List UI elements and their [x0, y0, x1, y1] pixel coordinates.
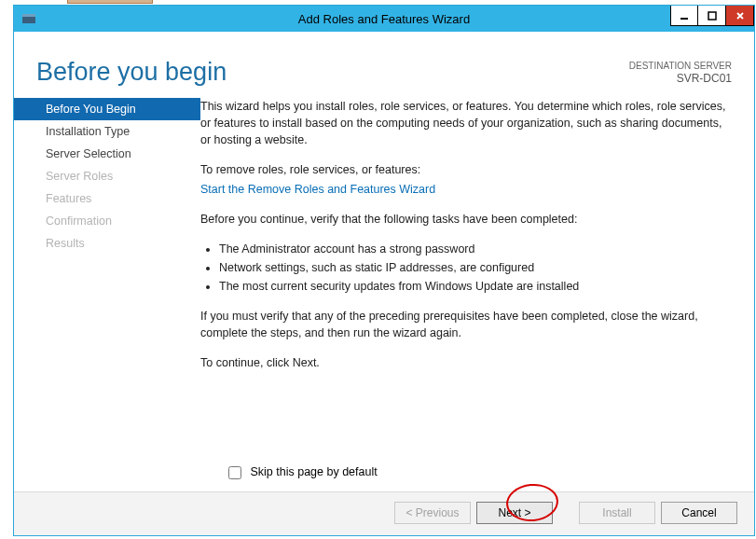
previous-button[interactable]: < Previous — [394, 502, 471, 524]
svg-rect-3 — [708, 12, 716, 20]
wizard-window: Add Roles and Features Wizard Before you… — [13, 5, 755, 536]
remove-wizard-link[interactable]: Start the Remove Roles and Features Wiza… — [200, 183, 435, 196]
wizard-nav: Before You BeginInstallation TypeServer … — [14, 92, 200, 456]
remove-label: To remove roles, role services, or featu… — [200, 161, 732, 178]
intro-text: This wizard helps you install roles, rol… — [200, 98, 732, 148]
nav-item-server-roles: Server Roles — [14, 165, 200, 187]
prereq-list: The Administrator account has a strong p… — [206, 241, 732, 295]
nav-item-confirmation: Confirmation — [14, 210, 200, 232]
minimize-button[interactable] — [670, 6, 698, 26]
prereq-bullet: The Administrator account has a strong p… — [219, 241, 732, 257]
prereq-bullet: Network settings, such as static IP addr… — [219, 259, 732, 276]
nav-item-before-you-begin[interactable]: Before You Begin — [14, 98, 200, 120]
skip-label-text: Skip this page by default — [250, 465, 377, 478]
nav-item-features: Features — [14, 187, 200, 210]
continue-text: To continue, click Next. — [200, 354, 732, 371]
titlebar: Add Roles and Features Wizard — [14, 6, 754, 32]
close-button[interactable] — [726, 6, 754, 26]
svg-rect-1 — [22, 14, 35, 17]
prereq-bullet: The most current security updates from W… — [219, 278, 732, 295]
window-controls — [670, 6, 754, 26]
post-text: If you must verify that any of the prece… — [200, 308, 732, 341]
nav-item-results: Results — [14, 232, 200, 255]
next-button[interactable]: Next > — [476, 502, 553, 524]
skip-row: Skip this page by default — [14, 456, 754, 491]
destination-server: SVR-DC01 — [629, 72, 732, 87]
wizard-content: This wizard helps you install roles, rol… — [200, 92, 732, 456]
server-manager-icon — [20, 9, 38, 28]
page-title: Before you begin — [36, 58, 629, 87]
maximize-button[interactable] — [698, 6, 726, 26]
window-title: Add Roles and Features Wizard — [14, 12, 754, 26]
nav-item-installation-type[interactable]: Installation Type — [14, 120, 200, 143]
cancel-button[interactable]: Cancel — [661, 502, 737, 524]
nav-item-server-selection[interactable]: Server Selection — [14, 143, 200, 165]
svg-rect-2 — [680, 18, 688, 20]
page-header: Before you begin DESTINATION SERVER SVR-… — [14, 32, 754, 92]
wizard-footer: < Previous Next > Install Cancel — [14, 491, 754, 535]
skip-checkbox[interactable] — [228, 466, 241, 479]
install-button[interactable]: Install — [579, 502, 655, 524]
destination-label: DESTINATION SERVER — [629, 60, 732, 72]
prereq-label: Before you continue, verify that the fol… — [200, 211, 732, 228]
destination-info: DESTINATION SERVER SVR-DC01 — [629, 58, 732, 87]
skip-checkbox-label[interactable]: Skip this page by default — [225, 465, 378, 478]
